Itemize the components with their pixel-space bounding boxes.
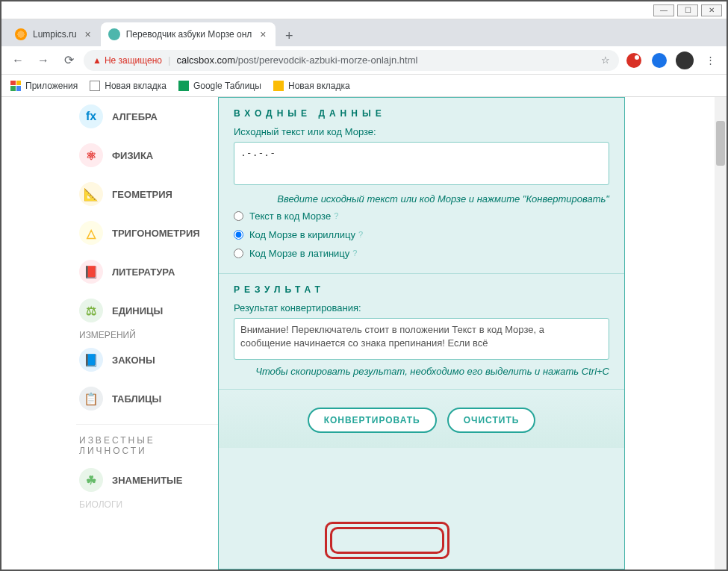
geometry-icon: 📐 [79, 182, 103, 206]
sidebar-label: ЗНАМЕНИТЫЕ [112, 475, 183, 486]
tab-title: Переводчик азбуки Морзе онл [126, 29, 252, 40]
tab-calcsbox[interactable]: Переводчик азбуки Морзе онл × [101, 22, 276, 46]
window-maximize[interactable]: ☐ [677, 4, 698, 16]
input-hint: Введите исходный текст или код Морзе и н… [234, 192, 609, 207]
sidebar-item-algebra[interactable]: fxАЛГЕБРА [76, 97, 218, 136]
profile-avatar[interactable] [674, 50, 695, 71]
sidebar-label: ФИЗИКА [112, 150, 153, 161]
sidebar-label: ТРИГОНОМЕТРИЯ [112, 228, 200, 239]
radio-morse-to-latin[interactable]: Код Морзе в латиницу? [234, 244, 609, 263]
sidebar-label: ЗАКОНЫ [112, 355, 155, 366]
result-hint: Чтобы скопировать результат, необходимо … [234, 364, 609, 379]
address-bar[interactable]: ▲ Не защищено | calcsbox.com/post/perevo… [84, 50, 619, 71]
sidebar-item-tables[interactable]: 📋ТАБЛИЦЫ [76, 379, 218, 418]
tables-icon: 📋 [79, 387, 103, 411]
clear-button[interactable]: ОЧИСТИТЬ [447, 408, 536, 433]
radio-text-to-morse[interactable]: Текст в код Морзе? [234, 207, 609, 225]
bookmark-label: Новая вкладка [105, 81, 167, 91]
help-icon[interactable]: ? [334, 211, 338, 220]
bookmark-label: Новая вкладка [288, 81, 350, 91]
favicon-calcsbox [108, 28, 120, 40]
radio-input[interactable] [234, 211, 243, 221]
sidebar-label: АЛГЕБРА [112, 111, 158, 122]
button-row: КОНВЕРТИРОВАТЬ ОЧИСТИТЬ [219, 389, 624, 448]
laws-icon: 📘 [79, 348, 103, 372]
radio-label: Текст в код Морзе [249, 210, 331, 222]
extension-translate[interactable] [649, 50, 670, 71]
bookmark-newtab2[interactable]: Новая вкладка [273, 81, 350, 91]
forward-button[interactable]: → [33, 50, 54, 71]
bookmark-newtab[interactable]: Новая вкладка [90, 81, 167, 91]
window-titlebar: — ☐ ✕ [1, 1, 727, 19]
sidebar-item-literature[interactable]: 📕ЛИТЕРАТУРА [76, 252, 218, 291]
sidebar-label: ЕДИНИЦЫ [112, 305, 163, 316]
help-icon[interactable]: ? [352, 249, 357, 258]
not-secure-warning: ▲ Не защищено [93, 55, 162, 66]
sheets-icon [178, 81, 189, 91]
physics-icon: ⚛ [79, 143, 103, 167]
radio-input[interactable] [234, 249, 243, 258]
menu-button[interactable]: ⋮ [700, 50, 721, 71]
apps-icon [10, 81, 21, 91]
result-label: Результат конвертирования: [234, 302, 609, 313]
sidebar-label: ТАБЛИЦЫ [112, 393, 161, 405]
sidebar-item-geometry[interactable]: 📐ГЕОМЕТРИЯ [76, 175, 218, 213]
page-icon [90, 81, 100, 91]
new-tab-button[interactable]: + [279, 25, 299, 46]
radio-label: Код Морзе в латиницу [249, 248, 349, 259]
sidebar-label: ЛИТЕРАТУРА [112, 266, 175, 278]
url-text: calcsbox.com/post/perevodcik-azbuki-morz… [176, 54, 417, 66]
convert-button[interactable]: КОНВЕРТИРОВАТЬ [308, 408, 437, 433]
page-icon [273, 81, 284, 91]
bookmark-sheets[interactable]: Google Таблицы [178, 81, 261, 91]
page-scrollbar[interactable] [715, 97, 727, 570]
category-sidebar: fxАЛГЕБРА ⚛ФИЗИКА 📐ГЕОМЕТРИЯ △ТРИГОНОМЕТ… [76, 97, 218, 570]
sidebar-item-laws[interactable]: 📘ЗАКОНЫ [76, 340, 218, 379]
sidebar-section-header: ИЗВЕСТНЫЕ ЛИЧНОСТИ [76, 424, 218, 461]
separator: | [168, 54, 170, 66]
algebra-icon: fx [79, 104, 103, 128]
sidebar-item-physics[interactable]: ⚛ФИЗИКА [76, 136, 218, 175]
reload-button[interactable]: ⟳ [58, 50, 79, 71]
sidebar-item-famous[interactable]: ☘ЗНАМЕНИТЫЕ [76, 461, 218, 499]
literature-icon: 📕 [79, 260, 103, 284]
extension-adblock[interactable] [623, 50, 644, 71]
favicon-lumpics [15, 28, 27, 40]
tab-close-icon[interactable]: × [258, 29, 268, 40]
bookmark-label: Приложения [25, 81, 78, 91]
tab-lumpics[interactable]: Lumpics.ru × [7, 22, 101, 46]
browser-toolbar: ← → ⟳ ▲ Не защищено | calcsbox.com/post/… [1, 46, 727, 75]
window-close[interactable]: ✕ [701, 4, 722, 16]
scrollbar-thumb[interactable] [716, 121, 725, 166]
result-textarea[interactable]: Внимание! Переключатель стоит в положени… [234, 318, 609, 360]
sidebar-label-sub: БИОЛОГИ [76, 499, 218, 510]
input-label: Исходный текст или код Морзе: [234, 126, 609, 137]
morse-converter-form: ВХОДНЫЕ ДАННЫЕ Исходный текст или код Мо… [218, 97, 625, 570]
input-section-header: ВХОДНЫЕ ДАННЫЕ [219, 98, 624, 126]
browser-tabstrip: Lumpics.ru × Переводчик азбуки Морзе онл… [1, 19, 727, 46]
units-icon: ⚖ [79, 299, 103, 322]
sidebar-label-sub: ИЗМЕРЕНИЙ [76, 330, 218, 340]
sidebar-item-trigonometry[interactable]: △ТРИГОНОМЕТРИЯ [76, 213, 218, 252]
trigonometry-icon: △ [79, 221, 103, 245]
result-section-header: РЕЗУЛЬТАТ [219, 274, 624, 302]
bookmark-label: Google Таблицы [193, 81, 261, 91]
bookmarks-bar: Приложения Новая вкладка Google Таблицы … [1, 75, 727, 97]
star-icon[interactable]: ☆ [601, 54, 610, 66]
radio-morse-to-cyrillic[interactable]: Код Морзе в кириллицу? [234, 225, 609, 244]
radio-input[interactable] [234, 230, 243, 240]
window-minimize[interactable]: — [653, 4, 674, 16]
sidebar-item-units[interactable]: ⚖ЕДИНИЦЫ [76, 291, 218, 330]
help-icon[interactable]: ? [358, 230, 363, 239]
source-textarea[interactable] [234, 142, 609, 185]
radio-label: Код Морзе в кириллицу [249, 229, 355, 240]
tab-close-icon[interactable]: × [83, 29, 93, 40]
tab-title: Lumpics.ru [33, 29, 77, 40]
apps-shortcut[interactable]: Приложения [10, 81, 78, 91]
back-button[interactable]: ← [7, 50, 28, 71]
page-viewport: fxАЛГЕБРА ⚛ФИЗИКА 📐ГЕОМЕТРИЯ △ТРИГОНОМЕТ… [1, 97, 727, 570]
famous-icon: ☘ [79, 468, 103, 492]
sidebar-label: ГЕОМЕТРИЯ [112, 189, 172, 200]
